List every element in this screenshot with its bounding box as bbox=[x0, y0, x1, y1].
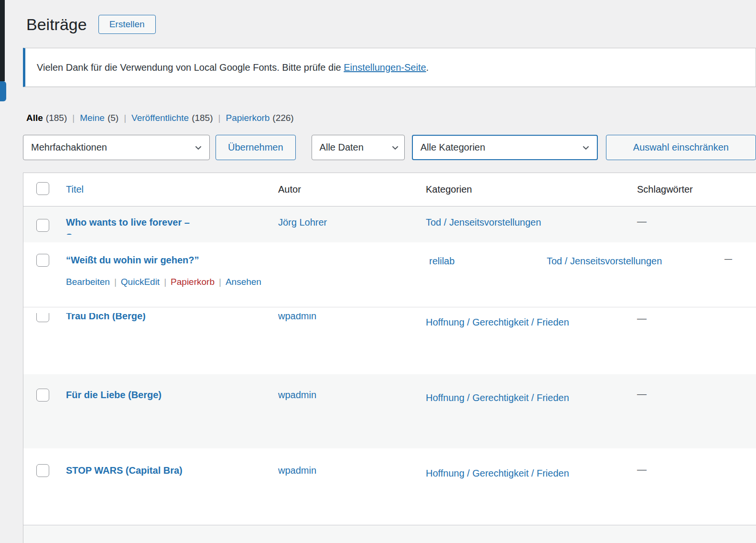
filter-separator: | bbox=[124, 113, 126, 123]
table-row: Trau Dich (Berge) wpadmin Hoffnung / Ger… bbox=[23, 307, 756, 374]
column-header-title[interactable]: Titel bbox=[60, 184, 273, 195]
settings-page-link[interactable]: Einstellungen-Seite bbox=[344, 62, 426, 73]
clipped-checkbox-wrap bbox=[23, 313, 60, 323]
admin-menu-edge bbox=[0, 0, 5, 81]
tags-cell: — bbox=[631, 374, 756, 400]
filter-all-count: (185) bbox=[46, 113, 67, 123]
column-header-categories: Kategorien bbox=[420, 184, 631, 195]
dates-filter-value: Alle Daten bbox=[320, 142, 364, 153]
apply-button[interactable]: Übernehmen bbox=[216, 135, 296, 160]
checkbox-cell bbox=[23, 307, 60, 323]
view-link[interactable]: Ansehen bbox=[226, 277, 261, 287]
categories-cell: Tod / Jenseitsvorstellungen bbox=[420, 206, 631, 228]
limit-selection-button[interactable]: Auswahl einschränken bbox=[606, 135, 756, 160]
column-header-tags: Schlagwörter bbox=[631, 184, 756, 195]
author-link[interactable]: wpadmin bbox=[278, 465, 316, 476]
create-post-button[interactable]: Erstellen bbox=[98, 15, 156, 34]
tags-cell: — bbox=[631, 448, 756, 475]
table-row: STOP WARS (Capital Bra) wpadmin Hoffnung… bbox=[23, 448, 756, 525]
author-link[interactable]: wpadmin bbox=[278, 313, 420, 322]
title-cell: Für die Liebe (Berge) bbox=[60, 374, 273, 401]
categories-cell: Hoffnung / Gerechtigkeit / Frieden bbox=[420, 307, 631, 331]
filter-published-count: (185) bbox=[192, 113, 213, 123]
checkbox-cell bbox=[23, 206, 60, 234]
posts-table: Titel Autor Kategorien Schlagwörter Who … bbox=[23, 173, 756, 543]
edit-link[interactable]: Bearbeiten bbox=[66, 277, 110, 287]
author-link[interactable]: Jörg Lohrer bbox=[278, 217, 327, 228]
post-title-link[interactable]: “Weißt du wohin wir gehen?” bbox=[66, 254, 199, 266]
title-cell: STOP WARS (Capital Bra) bbox=[60, 448, 273, 477]
notice-text-after: . bbox=[426, 62, 429, 73]
row-checkbox[interactable] bbox=[36, 219, 49, 232]
tags-cell: — bbox=[724, 255, 732, 263]
quick-edit-link[interactable]: QuickEdit bbox=[121, 277, 160, 287]
action-separator: | bbox=[219, 277, 221, 287]
row-checkbox[interactable] bbox=[36, 464, 49, 477]
table-header-row: Titel Autor Kategorien Schlagwörter bbox=[23, 173, 756, 206]
select-all-cell bbox=[23, 182, 60, 197]
filter-all-label[interactable]: Alle bbox=[26, 113, 43, 123]
posts-page: Beiträge Erstellen Vielen Dank für die V… bbox=[0, 0, 756, 543]
chevron-down-icon bbox=[391, 143, 400, 152]
author-cell: wpadmin bbox=[273, 307, 420, 322]
categories-filter-value: Alle Kategorien bbox=[421, 142, 486, 153]
row-checkbox[interactable] bbox=[36, 254, 49, 267]
bulk-actions-select[interactable]: Mehrfachaktionen bbox=[23, 135, 210, 160]
post-title-link[interactable]: Who wants to live forever – bbox=[66, 217, 190, 228]
action-separator: | bbox=[164, 277, 166, 287]
category-link[interactable]: Hoffnung / Gerechtigkeit / Frieden bbox=[426, 313, 569, 331]
author-link[interactable]: wpadmin bbox=[278, 390, 316, 400]
column-header-author: Autor bbox=[273, 184, 420, 195]
table-row: Who wants to live forever – S Jörg Lohre… bbox=[23, 206, 756, 242]
clipped-author-wrap: wpadmin bbox=[278, 313, 420, 322]
post-title-link[interactable]: Trau Dich (Berge) bbox=[66, 313, 273, 322]
author-cell: wpadmin bbox=[273, 448, 420, 477]
dates-filter-select[interactable]: Alle Daten bbox=[312, 135, 405, 160]
category-link[interactable]: Hoffnung / Gerechtigkeit / Frieden bbox=[426, 464, 569, 482]
tags-cell: — bbox=[631, 307, 756, 324]
action-separator: | bbox=[114, 277, 117, 287]
filter-trash: Papierkorb(226) bbox=[226, 113, 293, 123]
post-title-link[interactable]: STOP WARS (Capital Bra) bbox=[66, 465, 183, 476]
category-link[interactable]: Hoffnung / Gerechtigkeit / Frieden bbox=[426, 389, 569, 407]
notice-text-before: Vielen Dank für die Verwendung von Local… bbox=[37, 62, 344, 73]
page-header: Beiträge Erstellen bbox=[26, 13, 756, 35]
author-cell: Jörg Lohrer bbox=[273, 206, 420, 228]
row-actions: Bearbeiten|QuickEdit|Papierkorb|Ansehen bbox=[66, 277, 261, 287]
filter-trash-link[interactable]: Papierkorb bbox=[226, 113, 270, 123]
page-title: Beiträge bbox=[26, 15, 87, 34]
posts-filter-links: Alle(185) | Meine(5) | Veröffentlichte(1… bbox=[26, 113, 756, 123]
table-toolbar: Mehrfachaktionen Übernehmen Alle Daten A… bbox=[23, 135, 756, 160]
trash-link[interactable]: Papierkorb bbox=[171, 277, 215, 287]
term-link[interactable]: relilab bbox=[429, 255, 454, 267]
author-cell: wpadmin bbox=[273, 374, 420, 401]
chevron-down-icon bbox=[582, 143, 590, 152]
clipped-title-wrap: Trau Dich (Berge) bbox=[66, 313, 273, 322]
title-cell: Trau Dich (Berge) bbox=[60, 307, 273, 322]
chevron-down-icon bbox=[194, 143, 203, 152]
checkbox-cell bbox=[23, 448, 60, 479]
categories-filter-select[interactable]: Alle Kategorien bbox=[412, 135, 598, 160]
clipped-title-fragment: S bbox=[66, 231, 273, 235]
filter-mine-link[interactable]: Meine bbox=[80, 113, 105, 123]
table-row: “Weißt du wohin wir gehen?” Bearbeiten|Q… bbox=[23, 242, 756, 307]
categories-cell: Hoffnung / Gerechtigkeit / Frieden bbox=[420, 374, 631, 407]
admin-menu-active-tab[interactable] bbox=[0, 81, 6, 101]
table-row: Für die Liebe (Berge) wpadmin Hoffnung /… bbox=[23, 374, 756, 448]
post-title-link[interactable]: Für die Liebe (Berge) bbox=[66, 390, 162, 400]
filter-published: Veröffentlichte(185) bbox=[131, 113, 213, 123]
checkbox-cell bbox=[23, 374, 60, 404]
title-cell: Who wants to live forever – S bbox=[60, 206, 273, 235]
filter-published-link[interactable]: Veröffentlichte bbox=[131, 113, 189, 123]
category-link[interactable]: Tod / Jenseitsvorstellungen bbox=[547, 255, 662, 267]
row-checkbox[interactable] bbox=[36, 389, 49, 402]
table-row-partial bbox=[23, 525, 756, 543]
select-all-checkbox[interactable] bbox=[36, 182, 49, 195]
filter-trash-count: (226) bbox=[272, 113, 293, 123]
row-checkbox[interactable] bbox=[36, 313, 49, 322]
category-link[interactable]: Tod / Jenseitsvorstellungen bbox=[426, 217, 541, 228]
info-notice: Vielen Dank für die Verwendung von Local… bbox=[23, 48, 756, 87]
filter-mine-count: (5) bbox=[108, 113, 119, 123]
filter-separator: | bbox=[72, 113, 75, 123]
filter-separator: | bbox=[218, 113, 221, 123]
